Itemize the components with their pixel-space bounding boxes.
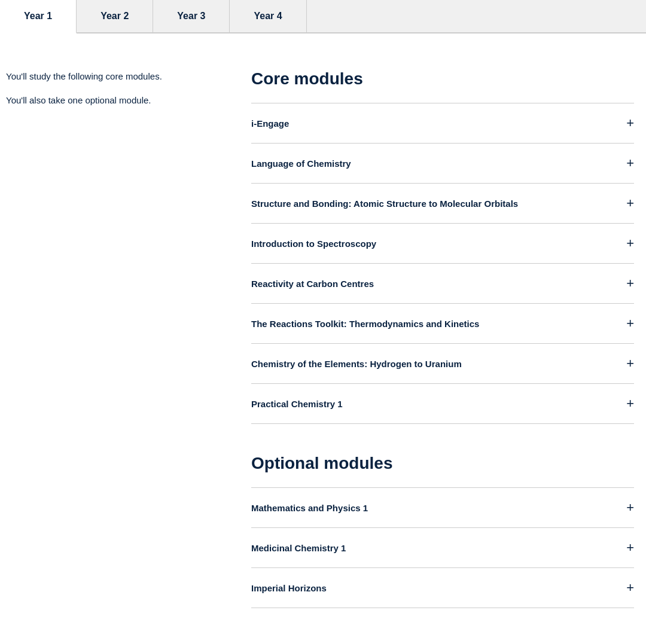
expand-icon-practical-chemistry: +	[626, 397, 634, 410]
module-item-intro-spectroscopy[interactable]: Introduction to Spectroscopy +	[251, 223, 634, 263]
module-item-structure-bonding[interactable]: Structure and Bonding: Atomic Structure …	[251, 183, 634, 223]
expand-icon-reactivity-carbon: +	[626, 277, 634, 290]
core-modules-heading: Core modules	[251, 69, 634, 88]
left-panel: You'll study the following core modules.…	[0, 69, 251, 638]
optional-modules-heading: Optional modules	[251, 454, 634, 473]
module-name-math-physics: Mathematics and Physics 1	[251, 503, 368, 513]
right-panel: Core modules i-Engage + Language of Chem…	[251, 69, 646, 638]
tab-year1[interactable]: Year 1	[0, 0, 77, 33]
tab-year2[interactable]: Year 2	[77, 0, 153, 32]
expand-icon-language-chemistry: +	[626, 157, 634, 170]
module-name-reactivity-carbon: Reactivity at Carbon Centres	[251, 279, 374, 289]
module-item-medicinal-chemistry[interactable]: Medicinal Chemistry 1 +	[251, 527, 634, 567]
module-item-reactions-toolkit[interactable]: The Reactions Toolkit: Thermodynamics an…	[251, 303, 634, 343]
module-name-practical-chemistry: Practical Chemistry 1	[251, 399, 343, 409]
tab-year3[interactable]: Year 3	[153, 0, 230, 32]
module-name-language-chemistry: Language of Chemistry	[251, 158, 351, 169]
core-module-list: i-Engage + Language of Chemistry + Struc…	[251, 103, 634, 424]
module-name-imperial-horizons: Imperial Horizons	[251, 583, 327, 593]
module-name-intro-spectroscopy: Introduction to Spectroscopy	[251, 239, 376, 249]
module-item-practical-chemistry[interactable]: Practical Chemistry 1 +	[251, 383, 634, 424]
expand-icon-reactions-toolkit: +	[626, 317, 634, 330]
module-item-math-physics[interactable]: Mathematics and Physics 1 +	[251, 487, 634, 527]
module-name-medicinal-chemistry: Medicinal Chemistry 1	[251, 543, 346, 553]
module-name-reactions-toolkit: The Reactions Toolkit: Thermodynamics an…	[251, 319, 479, 329]
expand-icon-structure-bonding: +	[626, 197, 634, 210]
expand-icon-i-engage: +	[626, 117, 634, 130]
tab-year4[interactable]: Year 4	[230, 0, 306, 32]
optional-modules-description: You'll also take one optional module.	[6, 93, 239, 108]
optional-module-list: Mathematics and Physics 1 + Medicinal Ch…	[251, 487, 634, 608]
year-tabs: Year 1 Year 2 Year 3 Year 4	[0, 0, 646, 33]
expand-icon-intro-spectroscopy: +	[626, 237, 634, 250]
main-content: You'll study the following core modules.…	[0, 33, 646, 644]
module-name-chemistry-elements: Chemistry of the Elements: Hydrogen to U…	[251, 359, 462, 369]
expand-icon-medicinal-chemistry: +	[626, 541, 634, 554]
module-item-reactivity-carbon[interactable]: Reactivity at Carbon Centres +	[251, 263, 634, 303]
optional-section: Optional modules Mathematics and Physics…	[251, 454, 634, 608]
module-item-i-engage[interactable]: i-Engage +	[251, 103, 634, 143]
module-name-i-engage: i-Engage	[251, 118, 289, 129]
module-item-imperial-horizons[interactable]: Imperial Horizons +	[251, 567, 634, 608]
module-item-language-chemistry[interactable]: Language of Chemistry +	[251, 143, 634, 183]
expand-icon-math-physics: +	[626, 501, 634, 514]
expand-icon-imperial-horizons: +	[626, 581, 634, 594]
module-name-structure-bonding: Structure and Bonding: Atomic Structure …	[251, 199, 518, 209]
module-item-chemistry-elements[interactable]: Chemistry of the Elements: Hydrogen to U…	[251, 343, 634, 383]
core-modules-description: You'll study the following core modules.	[6, 69, 239, 84]
expand-icon-chemistry-elements: +	[626, 357, 634, 370]
